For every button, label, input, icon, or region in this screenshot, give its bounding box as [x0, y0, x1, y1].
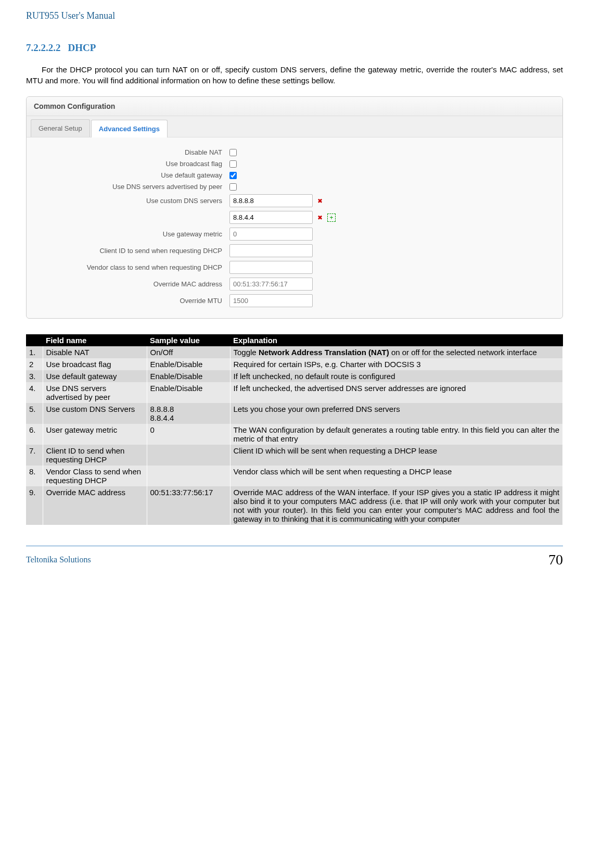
cell-num: 2 — [26, 358, 43, 370]
cell-explanation: If left unchecked, no default route is c… — [230, 370, 563, 382]
input-custom-dns-2[interactable] — [229, 211, 313, 224]
label-vendor-class: Vendor class to send when requesting DHC… — [32, 263, 229, 271]
cell-field: Override MAC address — [43, 486, 147, 525]
cell-explanation: If left unchecked, the advertised DNS se… — [230, 382, 563, 403]
row-custom-dns-1: Use custom DNS servers ✖ — [32, 194, 557, 207]
checkbox-broadcast[interactable] — [229, 160, 237, 168]
cell-field: Client ID to send when requesting DHCP — [43, 445, 147, 466]
row-override-mtu: Override MTU — [32, 294, 557, 307]
row-client-id: Client ID to send when requesting DHCP — [32, 244, 557, 257]
page-footer: Teltonika Solutions 70 — [26, 546, 563, 568]
checkbox-disable-nat[interactable] — [229, 149, 237, 156]
th-field: Field name — [43, 334, 147, 346]
input-gw-metric[interactable] — [229, 228, 313, 241]
table-row: 1.Disable NATOn/OffToggle Network Addres… — [26, 346, 563, 358]
cell-sample: On/Off — [147, 346, 230, 358]
cell-field: User gateway metric — [43, 424, 147, 445]
intro-paragraph: For the DHCP protocol you can turn NAT o… — [26, 64, 563, 86]
cell-num: 9. — [26, 486, 43, 525]
cell-field: Use broadcast flag — [43, 358, 147, 370]
cell-sample: Enable/Disable — [147, 358, 230, 370]
cell-num: 1. — [26, 346, 43, 358]
cell-sample: Enable/Disable — [147, 370, 230, 382]
tab-general-setup[interactable]: General Setup — [31, 119, 90, 137]
table-row: 5.Use custom DNS Servers8.8.8.8 8.8.4.4L… — [26, 403, 563, 424]
cell-explanation: The WAN configuration by default generat… — [230, 424, 563, 445]
row-override-mac: Override MAC address — [32, 278, 557, 291]
footer-page-number: 70 — [548, 551, 563, 568]
cell-explanation: Lets you chose your own preferred DNS se… — [230, 403, 563, 424]
remove-icon[interactable]: ✖ — [316, 197, 324, 205]
cell-explanation: Vendor class which will be sent when req… — [230, 466, 563, 486]
input-override-mac[interactable] — [229, 278, 313, 291]
row-broadcast: Use broadcast flag — [32, 160, 557, 168]
table-row: 4.Use DNS servers advertised by peerEnab… — [26, 382, 563, 403]
cell-sample: Enable/Disable — [147, 382, 230, 403]
cell-field: Disable NAT — [43, 346, 147, 358]
cell-num: 7. — [26, 445, 43, 466]
input-custom-dns-1[interactable] — [229, 194, 313, 207]
row-disable-nat: Disable NAT — [32, 148, 557, 156]
table-row: 2Use broadcast flagEnable/DisableRequire… — [26, 358, 563, 370]
cell-field: Vendor Class to send when requesting DHC… — [43, 466, 147, 486]
input-client-id[interactable] — [229, 244, 313, 257]
cell-sample — [147, 466, 230, 486]
cell-field: Use default gateway — [43, 370, 147, 382]
tab-advanced-settings[interactable]: Advanced Settings — [91, 120, 168, 137]
footer-brand: Teltonika Solutions — [26, 555, 91, 564]
label-default-gw: Use default gateway — [32, 171, 229, 179]
row-gw-metric: Use gateway metric — [32, 228, 557, 241]
table-row: 8.Vendor Class to send when requesting D… — [26, 466, 563, 486]
cell-sample — [147, 445, 230, 466]
cell-field: Use DNS servers advertised by peer — [43, 382, 147, 403]
panel-title: Common Configuration — [27, 97, 562, 116]
input-vendor-class[interactable] — [229, 261, 313, 274]
label-override-mac: Override MAC address — [32, 280, 229, 288]
page-header-title: RUT955 User's Manual — [26, 10, 563, 21]
label-override-mtu: Override MTU — [32, 297, 229, 305]
cell-explanation: Required for certain ISPs, e.g. Charter … — [230, 358, 563, 370]
remove-icon[interactable]: ✖ — [316, 213, 324, 222]
cell-num: 4. — [26, 382, 43, 403]
add-icon[interactable]: + — [327, 213, 336, 222]
th-explanation: Explanation — [230, 334, 563, 346]
row-custom-dns-2: ✖ + — [32, 211, 557, 224]
section-heading: 7.2.2.2.2DHCP — [26, 42, 563, 54]
table-row: 7.Client ID to send when requesting DHCP… — [26, 445, 563, 466]
cell-num: 3. — [26, 370, 43, 382]
checkbox-default-gw[interactable] — [229, 172, 237, 179]
label-client-id: Client ID to send when requesting DHCP — [32, 247, 229, 255]
cell-num: 8. — [26, 466, 43, 486]
cell-explanation: Override MAC address of the WAN interfac… — [230, 486, 563, 525]
table-row: 6.User gateway metric0The WAN configurat… — [26, 424, 563, 445]
cell-explanation: Client ID which will be sent when reques… — [230, 445, 563, 466]
cell-field: Use custom DNS Servers — [43, 403, 147, 424]
th-blank — [26, 334, 43, 346]
cell-sample: 00:51:33:77:56:17 — [147, 486, 230, 525]
cell-sample: 0 — [147, 424, 230, 445]
label-disable-nat: Disable NAT — [32, 148, 229, 156]
label-broadcast: Use broadcast flag — [32, 160, 229, 168]
th-sample: Sample value — [147, 334, 230, 346]
table-header-row: Field name Sample value Explanation — [26, 334, 563, 346]
row-default-gw: Use default gateway — [32, 171, 557, 179]
tabs: General Setup Advanced Settings — [27, 116, 562, 137]
label-custom-dns: Use custom DNS servers — [32, 197, 229, 205]
form-rows: Disable NAT Use broadcast flag Use defau… — [27, 137, 562, 318]
cell-num: 6. — [26, 424, 43, 445]
cell-explanation: Toggle Network Address Translation (NAT)… — [230, 346, 563, 358]
section-number: 7.2.2.2.2 — [26, 42, 61, 53]
config-panel: Common Configuration General Setup Advan… — [26, 96, 563, 319]
table-row: 3.Use default gatewayEnable/DisableIf le… — [26, 370, 563, 382]
checkbox-dns-peer[interactable] — [229, 183, 237, 191]
field-table: Field name Sample value Explanation 1.Di… — [26, 334, 563, 525]
cell-num: 5. — [26, 403, 43, 424]
row-dns-peer: Use DNS servers advertised by peer — [32, 183, 557, 191]
table-row: 9.Override MAC address00:51:33:77:56:17O… — [26, 486, 563, 525]
cell-sample: 8.8.8.8 8.8.4.4 — [147, 403, 230, 424]
label-gw-metric: Use gateway metric — [32, 230, 229, 238]
input-override-mtu[interactable] — [229, 294, 313, 307]
row-vendor-class: Vendor class to send when requesting DHC… — [32, 261, 557, 274]
label-dns-peer: Use DNS servers advertised by peer — [32, 183, 229, 191]
section-title: DHCP — [68, 42, 96, 53]
